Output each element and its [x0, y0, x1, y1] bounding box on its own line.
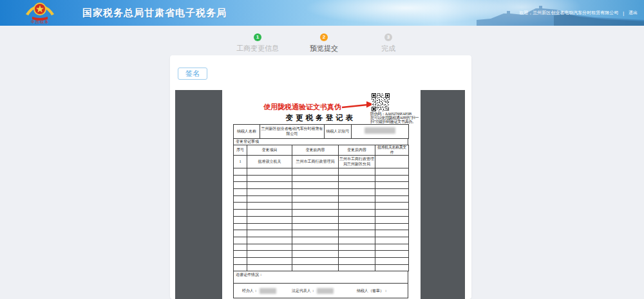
qr-code: [372, 93, 390, 111]
empty-row: [234, 257, 409, 264]
step-number-badge: 3: [384, 33, 392, 41]
empty-row: [234, 230, 409, 237]
cell-seq: 1: [234, 156, 247, 168]
change-items-section-label: 变更登记事项: [234, 139, 408, 145]
empty-row: [234, 264, 409, 271]
handler-label: 经办人：: [242, 289, 258, 294]
taxpayer-name-label: 纳税人名称: [234, 125, 260, 139]
table-row: 变更登记事项: [234, 139, 408, 145]
col-change-item: 变更项目: [247, 145, 292, 156]
step-number-badge: 2: [320, 33, 328, 41]
empty-row: [234, 175, 409, 182]
empty-row: [234, 189, 409, 196]
document-title: 变更税务登记表: [233, 113, 408, 123]
welcome-text: 欢迎，兰州新区创业者电动汽车分时租赁有限公司: [519, 10, 618, 16]
redacted-value: [365, 127, 395, 134]
registration-form: 纳税人名称 兰州新区创业者电动汽车分时租赁有限公司 纳税人识别号 变更登记事项 …: [233, 125, 408, 298]
cell-change-item: 批准设立机关: [247, 156, 292, 168]
change-table-body: [234, 168, 409, 271]
legal-rep-label: 法定代表人：: [292, 289, 315, 294]
table-row: 纳税人名称 兰州新区创业者电动汽车分时租赁有限公司 纳税人识别号: [234, 125, 409, 139]
documents-submitted-table: 送缴证件情况：: [233, 271, 408, 284]
cell-after: 兰州市工商行政管理局兰州新区分局: [339, 156, 375, 168]
divider: |: [623, 11, 624, 15]
logo-caption: 中国税务: [23, 19, 57, 25]
table-row: 经办人： 法定代表人： 纳税人（签章）：: [234, 284, 408, 298]
redacted-value: [260, 288, 276, 294]
document-viewer: 使用陇税通验证文书真伪 防伪码：AA6SZN6EAE9B 您可以使用陇税通APP…: [175, 90, 465, 299]
col-authority: 批准机关名称及文件: [375, 145, 409, 156]
table-row: 送缴证件情况：: [234, 271, 408, 284]
signature-cell: 经办人： 法定代表人： 纳税人（签章）：: [234, 284, 408, 298]
empty-row: [234, 210, 409, 217]
signature-table: 经办人： 法定代表人： 纳税人（签章）：: [233, 283, 408, 298]
empty-row: [234, 237, 409, 244]
col-seq: 序号: [234, 145, 247, 156]
taxpayer-name-value: 兰州新区创业者电动汽车分时租赁有限公司: [260, 125, 325, 139]
table-header-row: 序号 变更项目 变更前内容 变更后内容 批准机关名称及文件: [234, 145, 409, 156]
cell-before: 兰州市工商行政管理局: [292, 156, 339, 168]
app-title: 国家税务总局甘肃省电子税务局: [82, 7, 227, 19]
cell-authority: [375, 156, 409, 168]
redacted-value: [317, 288, 334, 294]
sign-button[interactable]: 签名: [178, 68, 207, 80]
empty-row: [234, 168, 409, 176]
empty-row: [234, 195, 409, 203]
taxpayer-id-cell: [352, 125, 409, 139]
change-items-table: 序号 变更项目 变更前内容 变更后内容 批准机关名称及文件 1 批准设立机关 兰…: [233, 145, 409, 271]
document-page: 使用陇税通验证文书真伪 防伪码：AA6SZN6EAE9B 您可以使用陇税通APP…: [222, 90, 421, 299]
taxpayer-info-table: 纳税人名称 兰州新区创业者电动汽车分时租赁有限公司 纳税人识别号: [233, 124, 409, 139]
verify-annotation-text: 使用陇税通验证文书真伪: [263, 102, 341, 112]
national-emblem-icon: [23, 1, 57, 21]
annotation-arrow-icon: [341, 100, 374, 111]
documents-submitted-label: 送缴证件情况：: [234, 271, 408, 284]
empty-row: [234, 244, 409, 251]
col-after: 变更后内容: [339, 145, 375, 156]
stepper: 1 工商变更信息 2 预览提交 3 完成: [0, 33, 644, 55]
logout-link[interactable]: 退出: [629, 10, 638, 16]
step-label: 完成: [346, 44, 430, 53]
empty-row: [234, 216, 409, 223]
content-card: 签名 使用陇税通验证文书真伪 防伪码：AA6SZN6EAE9B 您可以使用陇税通…: [170, 55, 471, 299]
table-row: 1 批准设立机关 兰州市工商行政管理局 兰州市工商行政管理局兰州新区分局: [234, 156, 409, 168]
taxpayer-id-label: 纳税人识别号: [325, 125, 352, 139]
taxpayer-seal-label: 纳税人（签章）：: [357, 289, 388, 294]
step-complete: 3 完成: [346, 33, 430, 53]
empty-row: [234, 203, 409, 210]
empty-row: [234, 182, 409, 189]
empty-row: [234, 223, 409, 230]
step-number-badge: 1: [254, 33, 261, 41]
empty-row: [234, 251, 409, 258]
col-before: 变更前内容: [292, 145, 339, 156]
app-header: 中国税务 国家税务总局甘肃省电子税务局 欢迎，兰州新区创业者电动汽车分时租赁有限…: [0, 0, 644, 26]
